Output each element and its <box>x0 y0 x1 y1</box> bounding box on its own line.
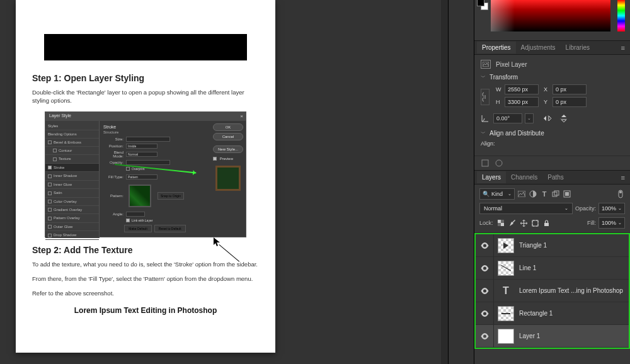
svg-rect-1 <box>482 160 488 166</box>
layer-thumbnail <box>498 306 514 321</box>
black-rectangle <box>44 34 247 60</box>
link-dimensions-icon[interactable] <box>481 89 490 105</box>
close-icon: × <box>240 113 243 119</box>
align-label: Align: <box>481 140 624 147</box>
filter-shape-icon[interactable] <box>551 190 560 198</box>
visibility-eye-icon[interactable] <box>479 333 490 339</box>
layer-thumbnail <box>498 261 514 276</box>
flip-vertical-icon[interactable] <box>559 114 569 123</box>
layer-name[interactable]: Layer 1 <box>519 333 540 339</box>
filter-text-icon[interactable]: T <box>540 190 549 198</box>
layers-tabs: Layers Channels Paths ≡ <box>474 171 630 185</box>
filter-kind-dropdown[interactable]: 🔍Kind⌄ <box>479 188 515 200</box>
panel-menu-icon[interactable]: ≡ <box>619 44 627 52</box>
layer-name[interactable]: Rectangle 1 <box>519 310 553 317</box>
x-input[interactable] <box>553 84 587 94</box>
layer-name[interactable]: Lorem Ipsum Text ...ing in Photoshop <box>519 287 623 294</box>
filter-smartobject-icon[interactable] <box>563 190 571 198</box>
layer-thumbnail <box>498 238 514 253</box>
visibility-eye-icon[interactable] <box>479 288 490 294</box>
layer-name[interactable]: Line 1 <box>519 264 536 271</box>
layer-row[interactable]: Rectangle 1 <box>476 302 629 325</box>
hue-slider[interactable] <box>617 0 625 31</box>
lock-all-icon[interactable] <box>542 219 551 227</box>
color-field[interactable] <box>491 0 610 31</box>
filter-pixel-icon[interactable] <box>517 190 526 198</box>
svg-rect-8 <box>565 192 569 196</box>
layer-row[interactable]: Layer 1 <box>476 325 629 348</box>
svg-point-10 <box>619 191 622 193</box>
svg-rect-14 <box>498 223 501 226</box>
foreground-background-swatches[interactable] <box>477 0 490 11</box>
panel-menu-icon[interactable]: ≡ <box>619 174 627 181</box>
lock-pixels-icon[interactable] <box>508 219 517 227</box>
opacity-dropdown[interactable]: 100%⌄ <box>598 203 625 214</box>
flip-horizontal-icon[interactable] <box>542 114 553 123</box>
svg-point-2 <box>496 160 502 166</box>
properties-footer <box>474 156 630 170</box>
lock-transparency-icon[interactable] <box>497 219 506 227</box>
panel-dock-strip[interactable] <box>441 0 449 364</box>
tab-layers[interactable]: Layers <box>477 171 506 183</box>
document-center-text: Lorem Ipsum Text Editing in Photoshop <box>32 306 259 315</box>
tab-properties[interactable]: Properties <box>477 42 516 54</box>
angle-icon <box>481 114 490 123</box>
layer-name[interactable]: Triangle 1 <box>519 242 547 249</box>
pixel-layer-icon <box>481 60 491 69</box>
color-panel[interactable] <box>474 0 630 40</box>
angle-input[interactable] <box>493 113 522 123</box>
lock-artboard-icon[interactable] <box>531 219 540 227</box>
svg-rect-0 <box>483 62 489 67</box>
layer-row[interactable]: Line 1 <box>476 257 629 280</box>
tab-channels[interactable]: Channels <box>506 171 542 183</box>
layer-type-row: Pixel Layer <box>481 60 624 69</box>
angle-dropdown[interactable]: ⌄ <box>525 113 534 123</box>
layer-type-label: Pixel Layer <box>496 61 527 68</box>
tab-paths[interactable]: Paths <box>542 171 569 183</box>
layer-row[interactable]: T Lorem Ipsum Text ...ing in Photoshop <box>476 280 629 302</box>
footer-icon-1[interactable] <box>481 159 490 168</box>
height-input[interactable] <box>505 97 539 107</box>
visibility-eye-icon[interactable] <box>479 310 490 317</box>
filter-toggle-icon[interactable] <box>616 190 625 198</box>
svg-rect-15 <box>532 220 538 226</box>
step1-heading: Step 1: Open Layer Styling <box>32 73 259 83</box>
right-panels: Properties Adjustments Libraries ≡ Pixel… <box>474 0 630 364</box>
fill-dropdown[interactable]: 100%⌄ <box>598 217 625 229</box>
blend-mode-dropdown[interactable]: Normal⌄ <box>479 203 573 214</box>
chevron-down-icon: ﹀ <box>481 130 486 137</box>
lock-position-icon[interactable] <box>520 219 529 227</box>
svg-rect-16 <box>544 223 549 226</box>
tab-adjustments[interactable]: Adjustments <box>516 42 561 54</box>
layers-list: Triangle 1 Line 1 T Lorem Ipsum Text ...… <box>474 233 630 349</box>
document-page: Step 1: Open Layer Styling Double-click … <box>16 0 275 353</box>
step2-body1: To add the texture, what you need to do … <box>32 260 259 268</box>
visibility-eye-icon[interactable] <box>479 265 490 271</box>
step2-body3: Refer to the above screenshot. <box>32 289 259 297</box>
transform-section-header[interactable]: ﹀ Transform <box>481 74 624 81</box>
layer-style-dialog-screenshot: Layer Style× Styles Blending Options Bev… <box>45 111 246 237</box>
align-section-header[interactable]: ﹀ Align and Distribute <box>481 130 624 137</box>
properties-tabs: Properties Adjustments Libraries ≡ <box>474 41 630 55</box>
filter-adjustment-icon[interactable] <box>529 190 537 198</box>
step2-body2: From there, from the 'Fill Type', select… <box>32 275 259 283</box>
y-input[interactable] <box>553 97 587 107</box>
footer-icon-2[interactable] <box>495 159 503 168</box>
canvas-area[interactable]: Step 1: Open Layer Styling Double-click … <box>0 0 441 364</box>
tab-libraries[interactable]: Libraries <box>561 42 595 54</box>
svg-rect-13 <box>501 220 504 223</box>
visibility-eye-icon[interactable] <box>479 242 490 249</box>
layer-row[interactable]: Triangle 1 <box>476 234 629 257</box>
svg-rect-12 <box>501 223 504 226</box>
width-input[interactable] <box>505 84 539 94</box>
text-layer-icon: T <box>498 283 514 299</box>
svg-rect-11 <box>498 220 501 223</box>
step1-body: Double-click the 'Rectangle' layer to op… <box>32 88 259 105</box>
chevron-down-icon: ﹀ <box>481 74 486 81</box>
layer-thumbnail <box>498 329 514 344</box>
